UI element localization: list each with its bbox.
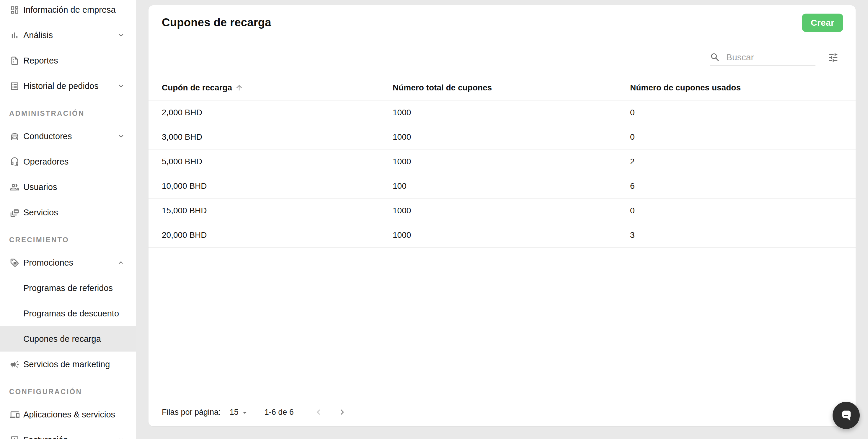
sidebar-item-operadores[interactable]: Operadores xyxy=(0,149,136,174)
sidebar-item-label: Reportes xyxy=(23,56,125,66)
filter-button[interactable] xyxy=(828,52,839,63)
megaphone-icon xyxy=(10,359,20,369)
table-cell: 3,000 BHD xyxy=(162,133,393,142)
rows-per-page-select[interactable]: 15 xyxy=(230,407,249,417)
table-cell: 1000 xyxy=(393,133,630,142)
taxi-icon xyxy=(10,131,23,141)
card-header: Cupones de recarga Crear xyxy=(149,5,856,40)
table-header-row: Cupón de recargaNúmero total de cuponesN… xyxy=(149,75,856,100)
sidebar-item-facturacion[interactable]: Facturación xyxy=(0,427,136,439)
table-toolbar xyxy=(149,40,856,75)
table-row[interactable]: 5,000 BHD10002 xyxy=(149,149,856,174)
rows-per-page-value: 15 xyxy=(230,408,239,417)
sidebar-item-programas-de-descuento[interactable]: Programas de descuento xyxy=(0,301,136,326)
search-box xyxy=(710,49,815,66)
sidebar-item-informacion-de-empresa[interactable]: Información de empresa xyxy=(0,0,136,23)
column-header-numero-de-cupones-usados[interactable]: Número de cupones usados xyxy=(630,83,842,92)
sidebar-item-label: Servicios de marketing xyxy=(23,359,125,369)
table-row[interactable]: 10,000 BHD1006 xyxy=(149,174,856,199)
table-cell: 1000 xyxy=(393,108,630,117)
report-icon xyxy=(10,56,20,66)
sidebar-item-label: Cupones de recarga xyxy=(23,334,125,344)
sidebar: Información de empresaAnálisisReportesHi… xyxy=(0,0,136,439)
people-icon xyxy=(10,182,23,192)
bar-chart-icon xyxy=(10,30,20,40)
chevron-down-icon xyxy=(117,31,125,39)
sidebar-item-historial-de-pedidos[interactable]: Historial de pedidos xyxy=(0,73,136,99)
bar-chart-icon xyxy=(10,30,23,40)
list-alt-icon xyxy=(10,81,20,91)
tag-heart-icon xyxy=(10,258,23,268)
sidebar-item-conductores[interactable]: Conductores xyxy=(0,123,136,149)
sidebar-item-label: Aplicaciones & servicios xyxy=(23,410,125,419)
headset-icon xyxy=(10,157,20,167)
table-cell: 3 xyxy=(630,230,842,240)
table-body: 2,000 BHD100003,000 BHD100005,000 BHD100… xyxy=(149,100,856,247)
table-cell: 1000 xyxy=(393,157,630,166)
search-input[interactable] xyxy=(726,52,815,63)
chevron-down-icon xyxy=(117,82,125,90)
sidebar-item-servicios-de-marketing[interactable]: Servicios de marketing xyxy=(0,352,136,377)
table-row[interactable]: 2,000 BHD10000 xyxy=(149,100,856,125)
column-header-numero-total-de-cupones[interactable]: Número total de cupones xyxy=(393,83,630,92)
previous-page-button[interactable] xyxy=(313,407,324,417)
table-cell: 2,000 BHD xyxy=(162,108,393,117)
sidebar-item-cupones-de-recarga[interactable]: Cupones de recarga xyxy=(0,326,136,352)
taxi-icon xyxy=(10,131,20,141)
invoice-icon xyxy=(10,435,20,439)
sidebar-item-label: Información de empresa xyxy=(23,5,125,15)
sidebar-item-label: Promociones xyxy=(23,258,117,268)
table-cell: 0 xyxy=(630,133,842,142)
table-cell: 10,000 BHD xyxy=(162,181,393,191)
sidebar-item-analisis[interactable]: Análisis xyxy=(0,23,136,48)
table-row[interactable]: 15,000 BHD10000 xyxy=(149,199,856,223)
chevron-up-icon xyxy=(117,258,125,267)
sidebar-item-label: Operadores xyxy=(23,157,125,167)
sidebar-item-promociones[interactable]: Promociones xyxy=(0,250,136,275)
sidebar-item-usuarios[interactable]: Usuarios xyxy=(0,174,136,200)
sidebar-item-label: Historial de pedidos xyxy=(23,81,117,91)
sidebar-item-reportes[interactable]: Reportes xyxy=(0,48,136,73)
devices-icon xyxy=(10,410,23,419)
sidebar-item-label: Programas de descuento xyxy=(23,309,125,319)
table-cell: 5,000 BHD xyxy=(162,157,393,166)
pagination-bar: Filas por página: 15 1-6 de 6 xyxy=(149,398,856,426)
sidebar-nav: Información de empresaAnálisisReportesHi… xyxy=(0,0,136,439)
chevron-down-icon xyxy=(117,435,125,439)
table-cell: 0 xyxy=(630,206,842,215)
next-page-button[interactable] xyxy=(337,407,347,417)
list-alt-icon xyxy=(10,81,23,91)
layers-icon xyxy=(10,208,23,217)
sort-ascending-icon xyxy=(235,84,243,92)
chevron-down-icon xyxy=(117,435,125,439)
people-icon xyxy=(10,182,20,192)
megaphone-icon xyxy=(10,359,23,369)
column-header-label: Cupón de recarga xyxy=(162,83,232,92)
headset-icon xyxy=(10,157,23,167)
table-row[interactable]: 20,000 BHD10003 xyxy=(149,223,856,247)
table-row[interactable]: 3,000 BHD10000 xyxy=(149,125,856,149)
column-header-cupon-de-recarga[interactable]: Cupón de recarga xyxy=(162,83,393,92)
sidebar-item-label: Usuarios xyxy=(23,182,125,192)
chat-launcher[interactable] xyxy=(833,402,860,429)
table-cell: 1000 xyxy=(393,206,630,215)
dropdown-arrow-icon xyxy=(240,408,249,417)
page-title: Cupones de recarga xyxy=(162,16,271,29)
sidebar-item-label: Servicios xyxy=(23,208,125,217)
chat-bubble-icon xyxy=(838,408,854,423)
search-icon xyxy=(710,52,720,63)
create-button[interactable]: Crear xyxy=(802,13,843,32)
sidebar-item-programas-de-referidos[interactable]: Programas de referidos xyxy=(0,275,136,301)
rows-per-page-label: Filas por página: xyxy=(162,408,221,417)
sidebar-item-servicios[interactable]: Servicios xyxy=(0,200,136,225)
arrow-drop-down-icon xyxy=(240,408,249,417)
dashboard-icon xyxy=(10,5,23,15)
main-card: Cupones de recarga Crear Cupón de recarg… xyxy=(149,5,856,426)
sidebar-item-aplicaciones-servicios[interactable]: Aplicaciones & servicios xyxy=(0,402,136,427)
column-header-label: Número total de cupones xyxy=(393,83,492,92)
table-cell: 1000 xyxy=(393,230,630,240)
chevron-down-icon xyxy=(117,82,125,90)
devices-icon xyxy=(10,410,20,419)
table-cell: 100 xyxy=(393,181,630,191)
column-header-label: Número de cupones usados xyxy=(630,83,741,92)
